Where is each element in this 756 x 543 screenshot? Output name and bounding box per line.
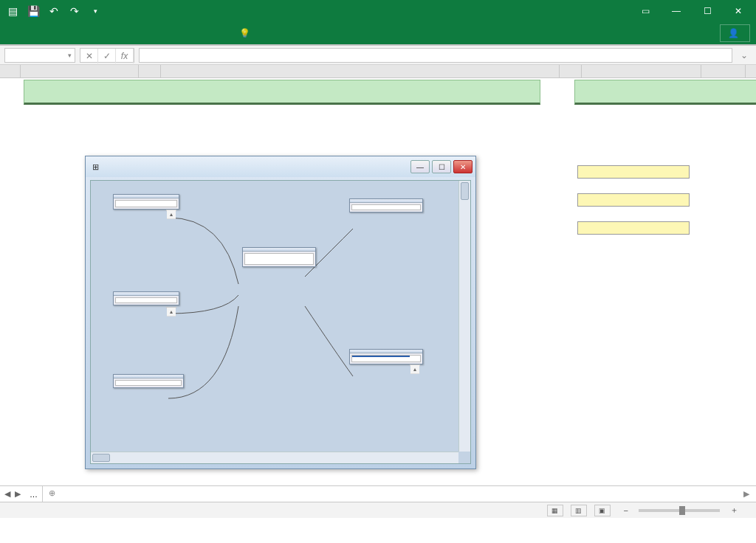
relwin-maximize[interactable]: ☐ [432,160,451,173]
label-data-name[interactable] [577,165,690,179]
undo-button[interactable]: ↶ [44,2,63,20]
table-box[interactable] [242,247,316,267]
table-title [114,375,183,378]
formula-bar[interactable] [139,48,732,63]
cell-value[interactable] [704,221,710,224]
view-pagebreak-button[interactable]: ▣ [594,505,611,516]
relationship-window: ⊞ — ☐ ✕ ▴ [85,156,476,469]
fx-button[interactable]: fx [116,49,134,63]
view-normal-button[interactable]: ▦ [547,505,563,516]
zoom-slider[interactable] [639,509,720,512]
view-pagelayout-button[interactable]: ▥ [571,505,587,516]
table-box[interactable] [349,198,423,212]
table-scrollbar[interactable]: ▴ [166,307,176,308]
field[interactable] [116,205,166,207]
field[interactable] [116,384,181,385]
chevron-down-icon: ▾ [68,52,72,59]
tell-me-box[interactable]: 💡 [232,28,262,38]
table-title [350,199,422,203]
sheet-nav[interactable]: ◀▶ [0,486,25,502]
relwin-canvas[interactable]: ▴ ▴ [90,180,471,464]
maximize-button[interactable]: ☐ [693,2,722,20]
sheet-more[interactable]: … [25,486,43,502]
table-box[interactable] [113,374,184,388]
cell-value[interactable] [704,165,710,167]
tab-file[interactable] [6,29,30,38]
window-controls: ▭ — ☐ ✕ [630,2,753,20]
table-title [350,350,422,353]
col-header[interactable] [701,65,746,77]
table-box[interactable]: ▴ [113,291,179,305]
tab-data[interactable] [131,29,155,38]
tab-home[interactable] [31,29,55,38]
col-header[interactable] [139,65,161,77]
relwin-titlebar[interactable]: ⊞ — ☐ ✕ [86,156,475,177]
cell-title-1[interactable] [24,80,540,105]
worksheet-grid[interactable]: ⊞ — ☐ ✕ ▴ [0,78,756,485]
label-relation-names[interactable] [577,221,690,235]
select-all-corner[interactable] [0,65,21,77]
status-bar: ▦ ▥ ▣ − ＋ [0,502,756,518]
label-relation-count[interactable] [577,193,690,207]
col-header[interactable] [161,65,560,77]
field[interactable] [116,301,166,302]
tab-view[interactable] [182,29,205,38]
table-scrollbar[interactable]: ▴ [166,210,176,211]
cell-value[interactable] [704,193,710,196]
person-icon: 👤 [728,28,739,38]
relationship-icon: ⊞ [89,160,102,173]
table-box[interactable]: ▴ [349,349,423,364]
lightbulb-icon: 💡 [239,28,250,38]
qat-dropdown[interactable]: ▾ [86,2,105,20]
quick-access-toolbar: ▤ 💾 ↶ ↷ ▾ [3,2,105,20]
name-box[interactable]: ▾ [4,48,75,63]
sheet-next-icon[interactable]: ▶ [15,489,21,499]
ribbon-options-icon[interactable]: ▭ [630,2,660,20]
save-button[interactable]: 💾 [24,2,43,20]
close-button[interactable]: ✕ [724,2,753,20]
zoom-out-button[interactable]: − [624,506,628,515]
col-header[interactable] [582,65,701,77]
sheet-tab-bar: ◀▶ … ⊕ ▶ [0,485,756,502]
share-button[interactable]: 👤 [720,24,750,42]
field[interactable] [352,208,420,210]
sheet-prev-icon[interactable]: ◀ [4,489,10,499]
enter-fx-button[interactable]: ✓ [98,49,116,63]
table-box[interactable]: ▴ [113,194,179,210]
relwin-hscroll[interactable] [91,452,458,463]
table-scrollbar[interactable]: ▴ [410,364,420,366]
relwin-minimize[interactable]: — [410,160,430,173]
minimize-button[interactable]: — [662,2,691,20]
table-title [243,248,315,252]
add-sheet-button[interactable]: ⊕ [43,486,61,502]
col-header[interactable] [560,65,582,77]
tab-formulas[interactable] [106,29,130,38]
tab-pagelayout[interactable] [81,29,105,38]
column-headers [0,65,756,78]
col-header[interactable] [21,65,139,77]
formula-bar-row: ▾ ✕ ✓ fx ⌄ [0,46,756,65]
tab-insert[interactable] [56,29,80,38]
sheet-scroll-right[interactable]: ▶ [737,486,756,502]
tab-review[interactable] [157,29,180,38]
field[interactable] [352,360,410,362]
field[interactable] [245,263,313,264]
zoom-in-button[interactable]: ＋ [730,505,738,516]
cell-title-2[interactable] [574,80,756,105]
table-title [114,292,179,296]
relwin-close[interactable]: ✕ [453,160,472,173]
title-bar: ▤ 💾 ↶ ↷ ▾ ▭ — ☐ ✕ [0,0,756,22]
excel-icon[interactable]: ▤ [3,2,22,20]
relation-lines [91,181,470,463]
relwin-vscroll[interactable] [458,181,470,452]
cancel-fx-button[interactable]: ✕ [80,49,98,63]
tab-team[interactable] [207,29,230,38]
table-title [114,195,179,198]
ribbon-tabs: 💡 👤 [0,22,756,44]
redo-button[interactable]: ↷ [65,2,84,20]
formula-expand[interactable]: ⌄ [737,50,752,60]
